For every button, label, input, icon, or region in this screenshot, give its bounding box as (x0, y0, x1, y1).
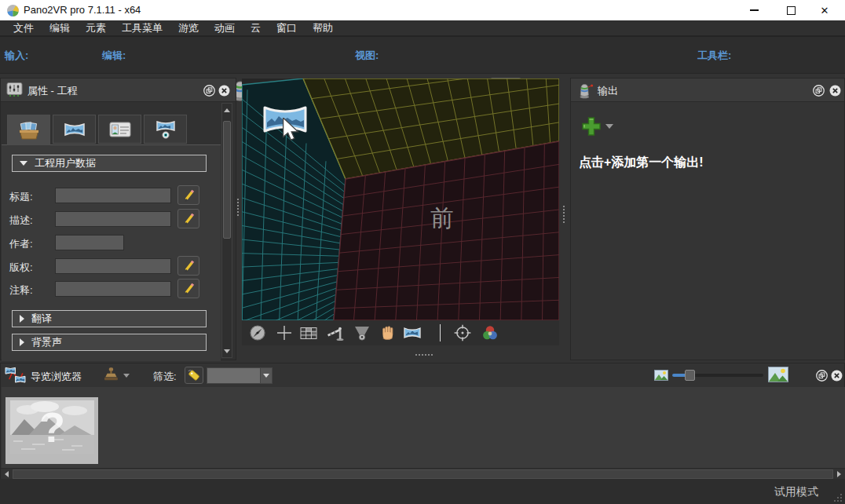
maximize-button[interactable] (777, 0, 804, 20)
archive-box-icon (17, 121, 41, 141)
float-panel-button[interactable] (816, 370, 828, 382)
menu-item-window[interactable]: 窗口 (269, 21, 304, 35)
pan-mode-button[interactable] (379, 324, 397, 341)
input-copyright[interactable] (55, 258, 171, 274)
front-face-label: 前 (430, 203, 454, 235)
field-label-author: 作者: (9, 237, 33, 251)
input-description[interactable] (55, 211, 171, 227)
limits-button[interactable] (326, 324, 345, 341)
menu-item-help[interactable]: 帮助 (305, 21, 340, 35)
tour-browser-icon (5, 366, 26, 385)
thumbnail-size-slider-handle[interactable] (685, 370, 695, 381)
input-comment[interactable] (55, 281, 171, 297)
tab-viewer-settings[interactable] (144, 115, 187, 144)
input-author[interactable] (55, 235, 124, 250)
hscroll-thumb[interactable] (13, 469, 833, 479)
scroll-thumb[interactable] (223, 121, 231, 239)
add-output-button[interactable] (580, 115, 613, 137)
compass-button[interactable] (248, 324, 267, 341)
tab-metadata[interactable] (98, 115, 141, 144)
section-user-data[interactable]: 工程用户数据 (12, 155, 207, 172)
trial-mode-label: 试用模式 (774, 485, 818, 499)
scroll-left-button[interactable] (2, 469, 10, 479)
description-edit-button[interactable] (177, 209, 199, 228)
input-title[interactable] (55, 188, 171, 203)
filter-combobox[interactable] (207, 367, 273, 384)
toolbar-input-label: 输入: (5, 49, 28, 63)
panorama-small-icon (403, 325, 422, 341)
properties-scrollbar[interactable] (221, 103, 232, 358)
horizontal-scrollbar[interactable] (1, 468, 845, 480)
left-splitter-handle[interactable] (237, 199, 239, 216)
close-panel-button[interactable] (218, 85, 230, 97)
tag-icon (186, 368, 202, 382)
panorama-icon (64, 121, 86, 138)
close-panel-button[interactable] (829, 85, 841, 97)
panorama-viewer[interactable]: 前 (242, 79, 559, 320)
minimize-button[interactable] (741, 0, 767, 20)
panorama-thumbnail[interactable]: ? (5, 397, 98, 464)
float-panel-button[interactable] (203, 85, 215, 97)
color-correction-button[interactable] (481, 324, 499, 341)
output-panel-title: 输出 (598, 84, 618, 98)
copyright-edit-button[interactable] (177, 256, 199, 276)
crosshair-icon (276, 324, 293, 341)
tab-panorama[interactable] (53, 115, 96, 144)
panorama-mode-button[interactable] (403, 324, 422, 341)
menu-item-elements[interactable]: 元素 (79, 21, 113, 35)
tour-browser-panel: 导览浏览器 筛选: (0, 363, 845, 479)
float-icon (816, 370, 828, 382)
menu-item-tour[interactable]: 游览 (171, 21, 206, 35)
menu-bar: 文件 编辑 元素 工具菜单 游览 动画 云 窗口 帮助 (0, 20, 845, 37)
menu-item-tools[interactable]: 工具菜单 (115, 21, 170, 35)
comment-edit-button[interactable] (177, 279, 199, 298)
app-window: Pano2VR pro 7.1.11 - x64 ✕ 文件 编辑 元素 工具菜单… (0, 0, 845, 504)
crosshair-button[interactable] (275, 324, 294, 341)
id-card-icon (108, 120, 132, 139)
panorama-eye-icon (155, 119, 177, 140)
tour-browser-header: 导览浏览器 筛选: (1, 363, 844, 387)
question-mark-overlay: ? (10, 400, 94, 454)
close-button[interactable]: ✕ (811, 0, 838, 20)
float-panel-button[interactable] (813, 85, 825, 97)
toolbar-view-label: 视图: (355, 49, 379, 63)
section-translation[interactable]: 翻译 (12, 310, 207, 327)
fov-button[interactable] (353, 324, 371, 341)
thumbnail-size-small-icon (654, 370, 668, 381)
compass-icon (249, 324, 266, 341)
plus-icon (580, 115, 602, 137)
float-icon (813, 85, 825, 97)
section-background-sound[interactable]: 背景声 (12, 334, 207, 351)
menu-item-animation[interactable]: 动画 (207, 21, 242, 35)
output-panel-header: 输出 (571, 79, 844, 102)
menu-item-cloud[interactable]: 云 (243, 21, 268, 35)
barrier-icon (326, 324, 345, 341)
scroll-down-button[interactable] (223, 346, 231, 356)
scroll-right-button[interactable] (835, 469, 843, 479)
tag-filter-button[interactable] (185, 367, 203, 384)
close-panel-button[interactable] (831, 370, 843, 382)
center-view-button[interactable] (453, 324, 472, 341)
scroll-up-button[interactable] (223, 105, 231, 115)
cursor-icon (281, 118, 300, 141)
field-label-title: 标题: (9, 190, 33, 204)
tour-browser-title: 导览浏览器 (31, 370, 82, 384)
stamp-icon (101, 366, 120, 385)
properties-panel-header: 属性 - 工程 (1, 79, 236, 102)
combobox-arrow[interactable] (260, 368, 272, 383)
thumbnail-size-large-icon (768, 367, 788, 382)
status-bar: 试用模式 (0, 479, 845, 504)
resize-grip[interactable] (833, 493, 843, 502)
grid-toggle-button[interactable] (299, 324, 318, 341)
bottom-splitter-handle[interactable] (415, 354, 433, 356)
menu-item-edit[interactable]: 编辑 (42, 21, 77, 35)
filter-label: 筛选: (153, 370, 177, 384)
menu-item-file[interactable]: 文件 (6, 21, 41, 35)
title-edit-button[interactable] (177, 185, 199, 205)
title-bar: Pano2VR pro 7.1.11 - x64 ✕ (0, 0, 845, 20)
right-splitter-handle[interactable] (563, 206, 565, 223)
stamp-filter-button[interactable] (101, 366, 130, 385)
tab-project[interactable] (7, 115, 50, 145)
combobox-value (207, 367, 214, 382)
section-background-sound-label: 背景声 (31, 335, 62, 349)
